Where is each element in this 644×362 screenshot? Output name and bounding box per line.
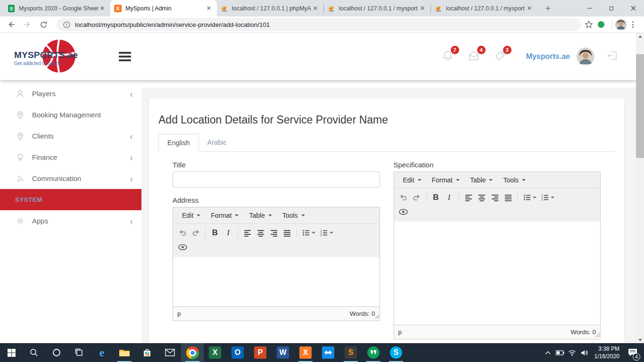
undo-icon[interactable] [397,191,410,204]
volume-icon[interactable] [578,343,591,362]
taskbar-clock[interactable]: 3:38 PM 1/16/2020 [594,345,619,360]
scrollbar-thumb[interactable] [636,54,644,158]
menu-table[interactable]: Table [244,212,277,219]
xampp-button[interactable]: X [294,343,317,362]
mail-button[interactable] [158,343,181,362]
bullet-list-button[interactable] [521,191,539,204]
close-button[interactable] [622,0,644,16]
reload-button[interactable] [37,18,50,31]
align-justify-icon[interactable] [281,226,294,239]
sidebar-item-players[interactable]: Players ‹ [0,83,141,104]
align-center-icon[interactable] [475,191,488,204]
chrome-button[interactable] [181,343,204,362]
specification-editor-content[interactable] [394,222,601,325]
align-justify-icon[interactable] [502,191,515,204]
sidebar-item-communication[interactable]: Communication ‹ [0,168,141,189]
bold-icon[interactable]: B [429,191,443,204]
tray-expand-chevron-icon[interactable] [542,343,554,362]
messages-button[interactable]: 4 [467,49,480,64]
start-button[interactable] [0,343,23,362]
title-input[interactable] [173,172,380,188]
hangouts-button[interactable] [362,343,385,362]
bookmark-star-icon[interactable] [585,20,593,29]
align-right-icon[interactable] [267,226,281,239]
align-center-icon[interactable] [254,226,267,239]
browser-menu-icon[interactable] [627,21,639,28]
sidebar-item-clients[interactable]: Clients ‹ [0,125,141,147]
page-scrollbar[interactable] [636,33,644,343]
align-left-icon[interactable] [241,226,254,239]
element-path[interactable]: p [398,329,402,336]
skype-button[interactable]: S [385,343,407,362]
user-avatar[interactable] [577,48,594,66]
address-editor-content[interactable] [173,257,380,306]
element-path[interactable]: p [177,310,181,317]
menu-edit[interactable]: Edit [398,176,427,184]
tab-close-icon[interactable]: ✕ [205,4,213,13]
sidebar-item-booking-management[interactable]: Booking Management [0,104,141,125]
action-center-button[interactable]: 4 [624,343,641,362]
menu-format[interactable]: Format [206,212,244,219]
wifi-icon[interactable] [566,343,578,362]
notifications-button[interactable]: 7 [441,49,454,64]
bold-icon[interactable]: B [208,226,222,239]
tab-arabic[interactable]: Arabic [199,134,235,151]
browser-tab-phpmyadmin-1[interactable]: PMA localhost / 127.0.0.1 | phpMyA ✕ [217,0,323,16]
redo-icon[interactable] [410,191,423,204]
new-tab-button[interactable]: + [541,2,554,15]
url-field[interactable]: localhost/mysports/public/en/admin/servi… [57,18,581,31]
taskbar-search-button[interactable] [23,343,45,362]
cortana-button[interactable] [45,343,68,362]
browser-tab-phpmyadmin-3[interactable]: PMA localhost / 127.0.0.1 / mysport ✕ [431,0,537,16]
tab-close-icon[interactable]: ✕ [98,4,107,13]
powerpoint-button[interactable]: P [249,343,272,362]
account-name[interactable]: Mysports.ae [526,52,570,61]
extension-icon[interactable] [598,21,604,28]
back-button[interactable] [5,18,18,31]
word-button[interactable]: W [272,343,294,362]
align-left-icon[interactable] [462,191,475,204]
tab-english[interactable]: English [158,134,199,152]
teamviewer-button[interactable] [317,343,339,362]
sidebar-item-apps[interactable]: Apps ‹ [0,210,141,231]
minimize-button[interactable] [579,0,601,16]
sidebar-item-finance[interactable]: Finance ‹ [0,147,141,168]
menu-tools[interactable]: Tools [277,212,310,219]
browser-profile-avatar[interactable] [615,19,627,30]
bullet-list-button[interactable] [300,226,318,239]
tab-close-icon[interactable]: ✕ [525,4,534,13]
page-info-icon[interactable] [63,21,70,28]
outlook-button[interactable]: O [226,343,249,362]
edge-button[interactable]: e [91,343,113,362]
file-explorer-button[interactable] [113,343,136,362]
menu-edit[interactable]: Edit [177,212,206,219]
sidebar-toggle-hamburger-icon[interactable] [119,52,131,61]
tab-close-icon[interactable]: ✕ [418,4,427,13]
resize-grip-icon[interactable] [595,331,600,338]
align-right-icon[interactable] [488,191,502,204]
sublime-text-button[interactable]: S [339,343,362,362]
restore-button[interactable] [601,0,622,16]
offers-button[interactable]: 3 [494,49,506,64]
mysports-logo[interactable]: MYSPORTS.ae Get addicted to Sports [14,38,85,75]
redo-icon[interactable] [189,226,202,239]
menu-format[interactable]: Format [427,176,465,184]
task-view-button[interactable] [68,343,91,362]
numbered-list-button[interactable]: 123 [539,191,557,204]
browser-tab-mysports-admin[interactable]: X MySports | Admin ✕ [110,0,217,16]
tab-close-icon[interactable]: ✕ [311,4,320,13]
excel-button[interactable]: X [204,343,226,362]
undo-icon[interactable] [176,226,189,239]
browser-tab-phpmyadmin-2[interactable]: PMA localhost / 127.0.0.1 / mysport ✕ [324,0,430,16]
logout-button[interactable] [607,50,618,63]
microsoft-store-button[interactable] [136,343,158,362]
forward-button[interactable] [21,18,34,31]
resize-grip-icon[interactable] [375,313,379,320]
italic-icon[interactable]: I [443,191,456,204]
scroll-down-arrow[interactable] [636,337,644,343]
battery-icon[interactable] [554,343,566,362]
menu-table[interactable]: Table [465,176,498,184]
italic-icon[interactable]: I [222,226,235,239]
menu-tools[interactable]: Tools [498,176,531,184]
preview-eye-icon[interactable] [397,206,410,218]
